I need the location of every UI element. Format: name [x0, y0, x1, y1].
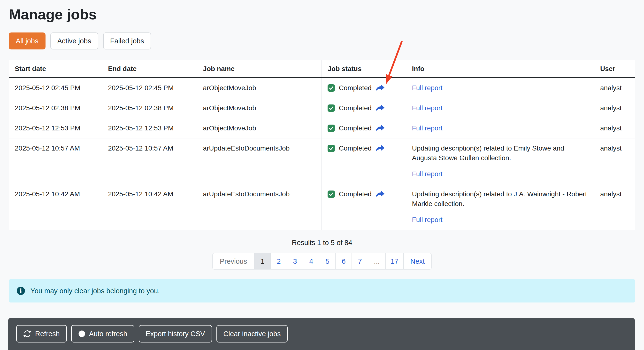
auto-refresh-button[interactable]: Auto refresh	[71, 325, 134, 342]
check-icon	[328, 104, 335, 112]
share-icon[interactable]	[376, 191, 385, 198]
pagination-page-2[interactable]: 2	[270, 253, 287, 270]
check-icon	[328, 191, 335, 198]
start-date-cell: 2025-05-12 10:42 AM	[9, 184, 102, 230]
share-icon[interactable]	[376, 145, 385, 152]
filter-failed-jobs[interactable]: Failed jobs	[103, 33, 151, 50]
pagination: Previous 1 2 3 4 5 6 7 ... 17 Next	[9, 253, 635, 270]
user-cell: analyst	[594, 118, 635, 138]
info-cell: Full report	[406, 78, 594, 98]
share-icon[interactable]	[376, 84, 385, 92]
export-history-csv-button[interactable]: Export history CSV	[139, 325, 212, 342]
table-row: 2025-05-12 12:53 PM 2025-05-12 12:53 PM …	[9, 118, 635, 138]
pagination-next[interactable]: Next	[403, 253, 432, 270]
info-cell: Updating description(s) related to J.A. …	[406, 184, 594, 230]
share-icon[interactable]	[376, 104, 385, 112]
start-date-cell: 2025-05-12 12:53 PM	[9, 118, 102, 138]
status-label: Completed	[339, 103, 372, 113]
column-header-user: User	[594, 60, 635, 78]
status-label: Completed	[339, 123, 372, 133]
table-header-row: Start date End date Job name Job status …	[9, 60, 635, 78]
table-row: 2025-05-12 02:38 PM 2025-05-12 02:38 PM …	[9, 98, 635, 118]
results-summary: Results 1 to 5 of 84	[9, 239, 635, 247]
page-title: Manage jobs	[9, 6, 635, 23]
start-date-cell: 2025-05-12 02:38 PM	[9, 98, 102, 118]
user-cell: analyst	[594, 138, 635, 184]
job-name-cell: arObjectMoveJob	[197, 78, 322, 98]
column-header-start-date: Start date	[9, 60, 102, 78]
status-label: Completed	[339, 143, 372, 153]
pagination-page-6[interactable]: 6	[335, 253, 352, 270]
clear-inactive-jobs-button[interactable]: Clear inactive jobs	[216, 325, 288, 342]
info-cell: Full report	[406, 118, 594, 138]
end-date-cell: 2025-05-12 10:57 AM	[102, 138, 197, 184]
refresh-button[interactable]: Refresh	[16, 325, 67, 342]
user-cell: analyst	[594, 78, 635, 98]
column-header-end-date: End date	[102, 60, 197, 78]
column-header-job-status: Job status	[322, 60, 406, 78]
full-report-link[interactable]: Full report	[412, 103, 442, 113]
column-header-info: Info	[406, 60, 594, 78]
end-date-cell: 2025-05-12 02:45 PM	[102, 78, 197, 98]
clear-inactive-jobs-label: Clear inactive jobs	[224, 329, 281, 338]
full-report-link[interactable]: Full report	[412, 83, 442, 93]
full-report-link[interactable]: Full report	[412, 215, 442, 225]
job-status-cell: Completed	[322, 184, 406, 230]
job-name-cell: arUpdateEsIoDocumentsJob	[197, 138, 322, 184]
job-name-cell: arUpdateEsIoDocumentsJob	[197, 184, 322, 230]
info-icon	[16, 286, 25, 295]
user-cell: analyst	[594, 98, 635, 118]
info-text: Updating description(s) related to Emily…	[412, 143, 588, 163]
full-report-link[interactable]: Full report	[412, 169, 442, 179]
pagination-page-17[interactable]: 17	[386, 253, 403, 270]
manage-jobs-page: Manage jobs All jobs Active jobs Failed …	[0, 6, 644, 302]
share-icon[interactable]	[376, 125, 385, 132]
pagination-ellipsis: ...	[368, 253, 386, 270]
pagination-previous: Previous	[212, 253, 255, 270]
user-cell: analyst	[594, 184, 635, 230]
check-icon	[328, 145, 335, 152]
circle-icon	[78, 330, 86, 337]
job-name-cell: arObjectMoveJob	[197, 118, 322, 138]
start-date-cell: 2025-05-12 02:45 PM	[9, 78, 102, 98]
table-row: 2025-05-12 10:57 AM 2025-05-12 10:57 AM …	[9, 138, 635, 184]
job-name-cell: arObjectMoveJob	[197, 98, 322, 118]
info-cell: Updating description(s) related to Emily…	[406, 138, 594, 184]
end-date-cell: 2025-05-12 12:53 PM	[102, 118, 197, 138]
job-status-cell: Completed	[322, 98, 406, 118]
job-status-cell: Completed	[322, 118, 406, 138]
info-banner-text: You may only clear jobs belonging to you…	[30, 287, 160, 295]
table-row: 2025-05-12 10:42 AM 2025-05-12 10:42 AM …	[9, 184, 635, 230]
end-date-cell: 2025-05-12 02:38 PM	[102, 98, 197, 118]
start-date-cell: 2025-05-12 10:57 AM	[9, 138, 102, 184]
info-text: Updating description(s) related to J.A. …	[412, 189, 588, 209]
info-banner: You may only clear jobs belonging to you…	[9, 279, 635, 302]
filter-all-jobs[interactable]: All jobs	[9, 33, 46, 50]
full-report-link[interactable]: Full report	[412, 123, 442, 133]
job-filter-tabs: All jobs Active jobs Failed jobs	[9, 33, 635, 50]
column-header-job-name: Job name	[197, 60, 322, 78]
end-date-cell: 2025-05-12 10:42 AM	[102, 184, 197, 230]
status-label: Completed	[339, 189, 372, 199]
status-label: Completed	[339, 83, 372, 93]
job-status-cell: Completed	[322, 78, 406, 98]
auto-refresh-button-label: Auto refresh	[89, 329, 127, 338]
jobs-table: Start date End date Job name Job status …	[9, 60, 635, 230]
filter-active-jobs[interactable]: Active jobs	[50, 33, 98, 50]
check-icon	[328, 84, 335, 92]
pagination-page-7[interactable]: 7	[352, 253, 368, 270]
pagination-page-5[interactable]: 5	[319, 253, 336, 270]
info-cell: Full report	[406, 98, 594, 118]
refresh-icon	[23, 330, 32, 338]
pagination-page-4[interactable]: 4	[303, 253, 319, 270]
bottom-toolbar: Refresh Auto refresh Export history CSV …	[8, 318, 635, 350]
job-status-cell: Completed	[322, 138, 406, 184]
refresh-button-label: Refresh	[35, 329, 60, 338]
check-icon	[328, 125, 335, 132]
table-row: 2025-05-12 02:45 PM 2025-05-12 02:45 PM …	[9, 78, 635, 98]
pagination-page-1-active: 1	[254, 253, 271, 270]
export-history-csv-label: Export history CSV	[146, 329, 205, 338]
pagination-page-3[interactable]: 3	[287, 253, 303, 270]
